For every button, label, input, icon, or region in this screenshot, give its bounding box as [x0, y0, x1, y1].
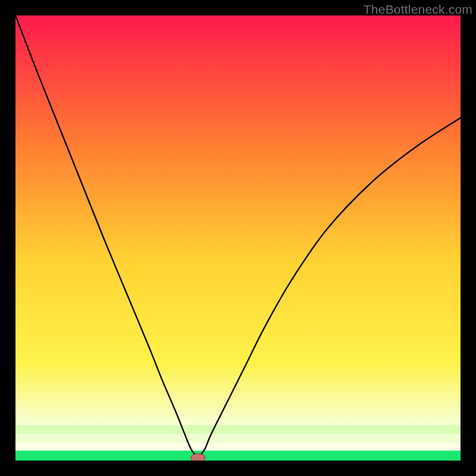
bottleneck-chart — [15, 15, 461, 461]
chart-frame — [15, 15, 461, 461]
green-baseline-band — [15, 451, 461, 461]
pale-band-1 — [15, 443, 461, 450]
pale-band-3 — [15, 425, 461, 434]
gradient-background — [15, 15, 461, 461]
watermark-text: TheBottleneck.com — [364, 2, 472, 17]
pale-band-2 — [15, 434, 461, 443]
optimal-point-marker — [191, 453, 205, 461]
